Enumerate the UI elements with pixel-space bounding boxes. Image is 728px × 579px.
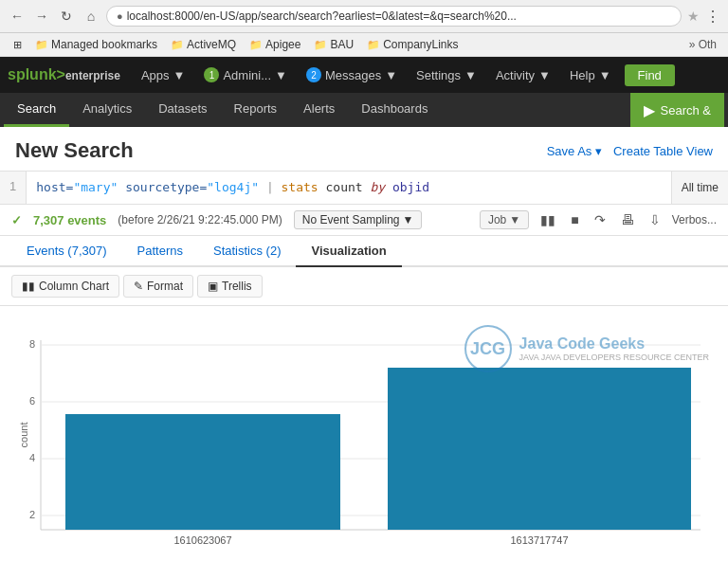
- tab-visualization[interactable]: Visualization: [296, 236, 401, 267]
- messages-label: Messages: [325, 68, 381, 82]
- search-query-input[interactable]: host="mary" sourcetype="log4j" | stats c…: [27, 172, 670, 204]
- nav-alerts[interactable]: Alerts: [290, 93, 348, 127]
- browser-menu-icon[interactable]: ⋮: [705, 8, 720, 26]
- bar-1610623067: [65, 414, 340, 530]
- trellis-icon: ▣: [208, 280, 218, 293]
- tab-statistics[interactable]: Statistics (2): [198, 236, 297, 267]
- folder-icon: 📁: [171, 39, 184, 51]
- topnav-settings[interactable]: Settings ▼: [407, 57, 486, 93]
- verbose-button[interactable]: Verbos...: [672, 213, 717, 226]
- pause-icon[interactable]: ▮▮: [537, 210, 559, 229]
- nav-analytics[interactable]: Analytics: [69, 93, 145, 127]
- search-input-row: 1 host="mary" sourcetype="log4j" | stats…: [0, 172, 728, 205]
- topnav-messages[interactable]: 2 Messages ▼: [297, 57, 407, 93]
- bookmark-activemq[interactable]: 📁 ActiveMQ: [165, 36, 242, 53]
- bookmark-managed-label: Managed bookmarks: [51, 38, 157, 51]
- column-chart-icon: ▮▮: [22, 280, 35, 293]
- messages-badge: 2: [306, 67, 321, 82]
- tab-events[interactable]: Events (7,307): [11, 236, 122, 267]
- print-icon[interactable]: 🖶: [617, 210, 638, 229]
- stop-icon[interactable]: ■: [567, 210, 582, 229]
- job-button[interactable]: Job ▼: [480, 210, 529, 229]
- datasets-nav-label: Datasets: [158, 101, 207, 116]
- help-label: Help: [570, 68, 595, 82]
- dashboards-nav-label: Dashboards: [361, 101, 428, 116]
- result-tabs: Events (7,307) Patterns Statistics (2) V…: [0, 236, 728, 267]
- bar-1613717747: [388, 368, 691, 530]
- save-as-button[interactable]: Save As ▾: [547, 144, 602, 158]
- admin-chevron-icon: ▼: [275, 68, 287, 82]
- bookmark-star-icon[interactable]: ★: [687, 9, 700, 24]
- topnav-apps[interactable]: Apps ▼: [132, 57, 195, 93]
- reload-button[interactable]: ↻: [57, 7, 76, 26]
- page-header-actions: Save As ▾ Create Table View: [547, 144, 713, 158]
- settings-chevron-icon: ▼: [464, 68, 477, 82]
- find-button[interactable]: Find: [625, 64, 675, 86]
- events-tab-label: Events (7,307): [27, 244, 107, 258]
- address-bar[interactable]: ● localhost:8000/en-US/app/search/search…: [106, 6, 682, 27]
- no-event-sampling-button[interactable]: No Event Sampling ▼: [294, 210, 423, 229]
- browser-chrome: ← → ↻ ⌂ ● localhost:8000/en-US/app/searc…: [0, 0, 728, 57]
- splunk-logo: splunk>enterprise: [8, 66, 120, 83]
- bookmark-activemq-label: ActiveMQ: [187, 38, 236, 51]
- topnav-activity[interactable]: Activity ▼: [486, 57, 560, 93]
- folder-icon: 📁: [314, 39, 327, 51]
- nav-search[interactable]: Search: [4, 93, 69, 127]
- reports-nav-label: Reports: [234, 101, 278, 116]
- chart-area: JCG Java Code Geeks JAVA JAVA DEVELOPERS…: [0, 306, 728, 579]
- back-button[interactable]: ←: [8, 7, 27, 26]
- home-button[interactable]: ⌂: [82, 7, 100, 26]
- y-tick-6: 6: [29, 395, 35, 407]
- bookmark-bau-label: BAU: [330, 38, 354, 51]
- apps-grid-icon: ⊞: [13, 39, 22, 51]
- search-reporting-label: Search &: [661, 103, 711, 118]
- search-time-range[interactable]: All time: [671, 172, 728, 204]
- bookmark-managed[interactable]: 📁 Managed bookmarks: [29, 36, 163, 53]
- jcg-logo: JCG: [464, 325, 512, 372]
- splunk-topnav: splunk>enterprise Apps ▼ 1 Admini... ▼ 2…: [0, 57, 728, 93]
- page-title: New Search: [15, 138, 134, 163]
- sampling-chevron-icon: ▼: [403, 213, 414, 226]
- topnav-admin[interactable]: 1 Admini... ▼: [194, 57, 296, 93]
- topnav-help[interactable]: Help ▼: [560, 57, 621, 93]
- y-axis-label: count: [18, 423, 29, 448]
- bookmarks-bar: ⊞ 📁 Managed bookmarks 📁 ActiveMQ 📁 Apige…: [0, 33, 728, 57]
- create-table-button[interactable]: Create Table View: [613, 144, 713, 158]
- column-chart-label: Column Chart: [39, 280, 109, 293]
- export-icon[interactable]: ⇩: [646, 210, 664, 229]
- viz-toolbar: ▮▮ Column Chart ✎ Format ▣ Trellis: [0, 267, 728, 306]
- activity-label: Activity: [496, 68, 535, 82]
- format-button[interactable]: ✎ Format: [123, 275, 193, 298]
- y-tick-8: 8: [29, 338, 35, 350]
- trellis-button[interactable]: ▣ Trellis: [197, 275, 263, 298]
- bookmark-companylinks[interactable]: 📁 CompanyLinks: [361, 36, 464, 53]
- column-chart-button[interactable]: ▮▮ Column Chart: [11, 275, 119, 298]
- tab-patterns[interactable]: Patterns: [122, 236, 198, 267]
- splunk-logo-text: splunk>enterprise: [8, 66, 120, 82]
- nav-dashboards[interactable]: Dashboards: [348, 93, 441, 127]
- nav-reports[interactable]: Reports: [221, 93, 291, 127]
- apps-chevron-icon: ▼: [173, 68, 186, 82]
- query-pipe: |: [266, 180, 282, 194]
- bookmark-apigee[interactable]: 📁 Apigee: [244, 36, 306, 53]
- search-arrow-icon: ▶: [644, 101, 655, 119]
- forward-button[interactable]: →: [32, 7, 51, 26]
- search-nav-label: Search: [17, 101, 56, 116]
- search-and-reporting-btn[interactable]: ▶ Search &: [630, 93, 724, 127]
- patterns-tab-label: Patterns: [137, 244, 183, 258]
- folder-icon: 📁: [249, 39, 263, 51]
- bookmark-companylinks-label: CompanyLinks: [383, 38, 458, 51]
- visualization-tab-label: Visualization: [311, 244, 386, 258]
- bar1-x-label: 1610623067: [173, 534, 231, 546]
- share-icon[interactable]: ↷: [591, 210, 610, 229]
- page-header: New Search Save As ▾ Create Table View: [0, 127, 728, 172]
- bookmark-apps[interactable]: ⊞: [8, 37, 27, 53]
- settings-label: Settings: [416, 68, 461, 82]
- folder-icon: 📁: [367, 39, 380, 51]
- nav-datasets[interactable]: Datasets: [145, 93, 220, 127]
- bookmarks-overflow-btn[interactable]: » Oth: [685, 36, 720, 53]
- job-chevron-icon: ▼: [509, 213, 520, 226]
- query-sourcetype-key: sourcetype=: [125, 180, 207, 194]
- statistics-tab-label: Statistics (2): [213, 244, 282, 258]
- bookmark-bau[interactable]: 📁 BAU: [308, 36, 359, 53]
